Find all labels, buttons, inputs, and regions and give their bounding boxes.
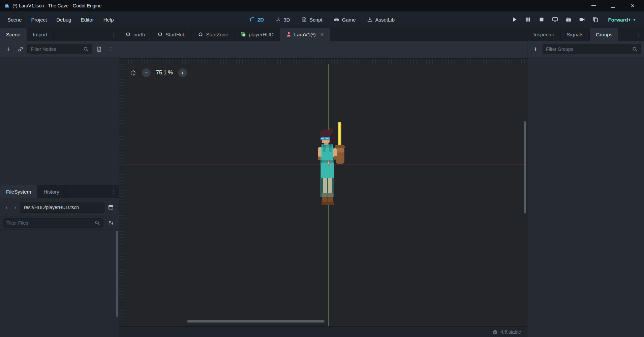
tab-label: Import — [33, 32, 48, 37]
camera-icon — [579, 16, 585, 23]
run-instances-button[interactable] — [589, 14, 602, 25]
script-icon — [301, 17, 307, 22]
scene-tab-larav1[interactable]: LaraV1(*)× — [280, 28, 330, 41]
scene-tab-playerhud[interactable]: playerHUD — [235, 28, 280, 41]
instance-scene-button[interactable] — [15, 44, 26, 54]
menu-scene[interactable]: Scene — [3, 14, 27, 25]
scene-dock-toolbar: + ⋮ — [0, 41, 119, 57]
context-tab-label: 3D — [283, 17, 290, 23]
renderer-dropdown[interactable]: Forward+▾ — [605, 17, 639, 23]
pause-button[interactable] — [522, 14, 534, 25]
download-icon — [367, 17, 373, 22]
tab-label: Groups — [596, 32, 612, 37]
scene-tab-north[interactable]: north — [119, 28, 151, 41]
context-tab-2d[interactable]: 2D — [245, 14, 269, 25]
search-icon — [95, 220, 100, 226]
scene-tab-startzone[interactable]: StartZone — [192, 28, 235, 41]
player-sprite[interactable] — [309, 121, 348, 207]
play-button[interactable] — [509, 14, 521, 25]
groups-toolbar: + — [527, 41, 644, 57]
dock-tab-inspector[interactable]: Inspector — [527, 28, 561, 41]
search-icon — [83, 46, 89, 52]
filesystem-scrollbar[interactable] — [116, 231, 118, 317]
dock-tab-scene[interactable]: Scene — [0, 28, 27, 41]
monitor-icon — [552, 16, 558, 23]
filter-groups-input[interactable] — [543, 44, 641, 54]
center-view-icon[interactable] — [130, 70, 136, 76]
menu-bar: SceneProjectDebugEditorHelp 2D3DScriptGa… — [0, 11, 644, 28]
tab-label: Signals — [567, 32, 583, 37]
horizontal-ruler — [125, 59, 527, 64]
menu-project[interactable]: Project — [27, 14, 52, 25]
focus-file-button[interactable] — [105, 202, 116, 212]
node-circle-icon — [157, 32, 163, 37]
close-button[interactable]: × — [625, 1, 640, 11]
dock-tab-menu-button[interactable]: ⋮ — [109, 185, 119, 198]
context-tab-assetlib[interactable]: AssetLib — [363, 14, 400, 25]
menu-debug[interactable]: Debug — [52, 14, 76, 25]
dock-tab-filesystem[interactable]: FileSystem — [0, 185, 37, 198]
version-info: 4.6.stable — [492, 329, 525, 335]
dock-tab-import[interactable]: Import — [27, 28, 54, 41]
filesystem-tree — [0, 230, 119, 337]
filter-files-input[interactable] — [3, 218, 103, 228]
viewport-horizontal-scrollbar[interactable] — [187, 320, 325, 323]
file-sort-button[interactable] — [105, 218, 116, 228]
canvas-area: − 75.1 % + — [119, 59, 527, 326]
center-workspace: northStartHubStartZoneplayerHUDLaraV1(*)… — [119, 28, 527, 337]
movie-maker-button[interactable] — [576, 14, 588, 25]
scene-tab-starthub[interactable]: StartHub — [151, 28, 192, 41]
dock-tab-groups[interactable]: Groups — [590, 28, 619, 41]
context-tab-script[interactable]: Script — [297, 14, 327, 25]
attach-script-button[interactable] — [94, 44, 104, 54]
node-circle-icon — [198, 32, 203, 37]
filter-nodes-input[interactable] — [27, 44, 92, 54]
sort-icon — [108, 220, 114, 226]
play-custom-scene-button[interactable] — [562, 14, 575, 25]
dock-tab-menu-button[interactable]: ⋮ — [634, 28, 644, 41]
groups-tree — [527, 57, 644, 337]
close-tab-icon[interactable]: × — [320, 32, 324, 37]
minimize-icon — [591, 5, 596, 6]
menu-help[interactable]: Help — [99, 14, 119, 25]
layer-icon — [241, 32, 246, 37]
person-icon — [286, 32, 292, 37]
dock-tab-signals[interactable]: Signals — [561, 28, 590, 41]
tab-label: History — [43, 189, 59, 195]
inspector-dock-tabs: InspectorSignalsGroups⋮ — [527, 28, 644, 41]
scene-dock-menu-button[interactable]: ⋮ — [106, 46, 116, 52]
context-tab-game[interactable]: Game — [329, 14, 361, 25]
version-label: 4.6.stable — [500, 329, 521, 335]
context-tab-3d[interactable]: 3D — [271, 14, 295, 25]
tab-label: Inspector — [533, 32, 554, 37]
search-icon — [632, 46, 638, 52]
viewport-vertical-scrollbar[interactable] — [524, 121, 526, 213]
context-tab-label: Game — [342, 17, 356, 23]
new-scene-tab-button[interactable] — [330, 28, 342, 41]
nav-forward-button[interactable]: › — [11, 204, 19, 211]
filesystem-path-bar: ‹ › res://HUD/playerHUD.tscn — [0, 198, 119, 216]
right-dock: InspectorSignalsGroups⋮ + — [527, 28, 644, 337]
play-scene-button[interactable] — [549, 14, 561, 25]
canvas-toolbar — [119, 41, 527, 59]
zoom-level[interactable]: 75.1 % — [156, 70, 173, 76]
zoom-in-button[interactable]: + — [178, 68, 187, 77]
maximize-button[interactable] — [606, 1, 620, 11]
gamepad-icon — [334, 17, 339, 22]
dock-tab-history[interactable]: History — [37, 185, 66, 198]
link-icon — [18, 46, 23, 52]
minimize-button[interactable] — [586, 1, 601, 11]
editor-context-switcher: 2D3DScriptGameAssetLib — [245, 14, 399, 25]
menu-editor[interactable]: Editor — [76, 14, 98, 25]
2d-viewport[interactable]: − 75.1 % + — [125, 64, 527, 326]
add-node-button[interactable]: + — [3, 44, 13, 54]
dock-tab-menu-button[interactable]: ⋮ — [109, 28, 119, 41]
current-path-field[interactable]: res://HUD/playerHUD.tscn — [20, 202, 104, 213]
nav-back-button[interactable]: ‹ — [3, 204, 10, 211]
play-icon — [512, 16, 518, 23]
zoom-out-button[interactable]: − — [142, 68, 151, 77]
stop-button[interactable] — [535, 14, 548, 25]
context-tab-label: AssetLib — [375, 17, 395, 23]
window-title: (*) LaraV1.tscn - The Cave - Godot Engin… — [12, 3, 101, 8]
add-group-button[interactable]: + — [530, 44, 541, 54]
